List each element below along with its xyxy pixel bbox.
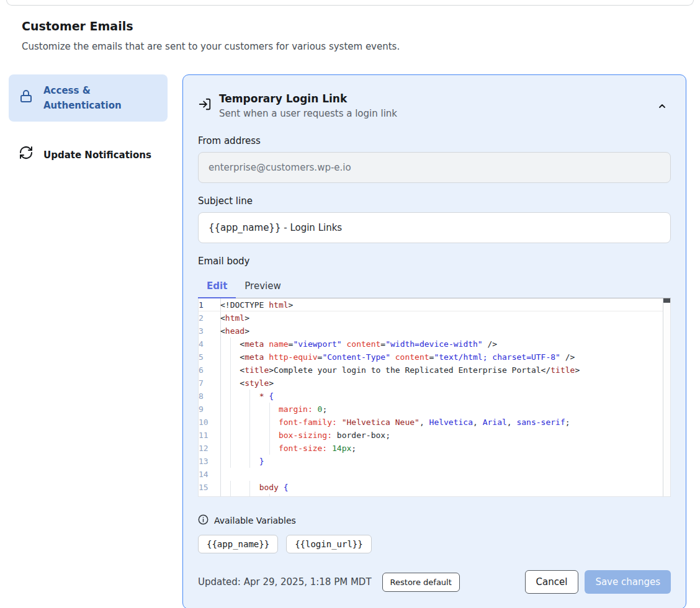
indent-guide	[230, 429, 231, 442]
editor-scrollbar[interactable]	[663, 298, 670, 496]
indent-guide	[230, 377, 231, 390]
line-number: 10	[199, 416, 210, 429]
line-number: 13	[199, 455, 210, 468]
sidebar-item-label: Access & Authentication	[43, 83, 158, 113]
subject-field-group: Subject line	[198, 195, 671, 243]
code-text: margin: 0;	[220, 403, 327, 416]
line-number: 5	[199, 351, 210, 364]
code-text: box-sizing: border-box;	[220, 429, 390, 442]
subject-line-label: Subject line	[198, 195, 671, 207]
indent-guide	[249, 429, 250, 442]
code-text: font-family: "Helvetica Neue", Helvetica…	[220, 416, 570, 429]
cancel-button[interactable]: Cancel	[525, 570, 579, 594]
indent-guide	[249, 455, 250, 468]
indent-guide	[249, 481, 250, 494]
variable-chip-login-url[interactable]: {{login_url}}	[286, 535, 372, 553]
code-line: 2<html>	[199, 311, 670, 324]
page-header: Customer Emails Customize the emails tha…	[22, 19, 678, 52]
code-line: 10 font-family: "Helvetica Neue", Helvet…	[199, 416, 670, 429]
line-number: 1	[199, 298, 210, 311]
from-address-input[interactable]	[198, 152, 671, 183]
tab-edit[interactable]: Edit	[198, 274, 236, 298]
restore-default-button[interactable]: Restore default	[382, 573, 460, 592]
template-subtitle: Sent when a user requests a login link	[219, 108, 397, 119]
code-line: 13 }	[199, 455, 670, 468]
code-text: <html>	[220, 311, 249, 324]
sidebar-item-label: Update Notifications	[43, 148, 151, 163]
code-line: 16 background-color: #f8f8f8;	[199, 494, 670, 497]
email-body-label: Email body	[198, 256, 671, 267]
panel-header: Temporary Login Link Sent when a user re…	[198, 92, 671, 119]
code-text: font-size: 14px;	[220, 442, 356, 455]
code-text: <meta http-equiv="Content-Type" content=…	[220, 351, 575, 364]
variable-chip-app-name[interactable]: {{app_name}}	[198, 535, 278, 553]
indent-guide	[230, 390, 231, 403]
chevron-up-icon	[657, 104, 667, 113]
indent-guide	[269, 442, 270, 455]
line-number: 4	[199, 338, 210, 351]
line-number: 12	[199, 442, 210, 455]
line-number: 16	[199, 494, 210, 497]
indent-guide	[249, 494, 250, 497]
indent-guide	[249, 390, 250, 403]
code-line: 5 <meta http-equiv="Content-Type" conten…	[199, 351, 670, 364]
sidebar: Access & Authentication Update Notificat…	[9, 74, 168, 173]
variable-chips: {{app_name}} {{login_url}}	[198, 535, 671, 553]
updated-timestamp: Updated: Apr 29, 2025, 1:18 PM MDT	[198, 576, 372, 588]
line-number: 15	[199, 481, 210, 494]
panel-footer: Updated: Apr 29, 2025, 1:18 PM MDT Resto…	[198, 570, 671, 594]
indent-guide	[230, 442, 231, 455]
indent-guide	[230, 403, 231, 416]
code-editor[interactable]: 1<!DOCTYPE html>2<html>3<head>4 <meta na…	[198, 298, 671, 497]
code-line: 12 font-size: 14px;	[199, 442, 670, 455]
indent-guide	[269, 494, 270, 497]
sidebar-item-access-authentication[interactable]: Access & Authentication	[9, 74, 168, 122]
code-line: 11 box-sizing: border-box;	[199, 429, 670, 442]
indent-guide	[230, 494, 231, 497]
info-icon	[198, 514, 209, 527]
from-address-label: From address	[198, 135, 671, 146]
line-number: 7	[199, 377, 210, 390]
content-area: Access & Authentication Update Notificat…	[9, 74, 686, 608]
indent-guide	[249, 403, 250, 416]
code-line: 15 body {	[199, 481, 670, 494]
refresh-icon	[19, 145, 34, 164]
code-line: 14	[199, 468, 670, 481]
indent-guide	[230, 364, 231, 377]
lock-icon	[19, 89, 34, 108]
available-variables-label: Available Variables	[214, 516, 296, 525]
line-number: 11	[199, 429, 210, 442]
indent-guide	[249, 416, 250, 429]
collapse-button[interactable]	[655, 99, 670, 115]
code-line: 1<!DOCTYPE html>	[199, 298, 670, 311]
line-number: 8	[199, 390, 210, 403]
code-text: <style>	[220, 377, 274, 390]
indent-guide	[230, 455, 231, 468]
email-body-section: Email body Edit Preview 1<!DOCTYPE html>…	[198, 256, 671, 497]
indent-guide	[230, 416, 231, 429]
indent-guide	[249, 442, 250, 455]
code-line: 8 * {	[199, 390, 670, 403]
code-line: 9 margin: 0;	[199, 403, 670, 416]
code-text: }	[220, 455, 264, 468]
code-line: 7 <style>	[199, 377, 670, 390]
code-text: * {	[220, 390, 274, 403]
save-changes-button[interactable]: Save changes	[585, 570, 671, 594]
line-number: 14	[199, 468, 210, 481]
page-title: Customer Emails	[22, 19, 678, 33]
email-template-panel: Temporary Login Link Sent when a user re…	[182, 74, 686, 608]
subject-line-input[interactable]	[198, 212, 671, 243]
tab-preview[interactable]: Preview	[236, 274, 289, 298]
indent-guide	[230, 481, 231, 494]
indent-guide	[269, 403, 270, 416]
code-text: <!DOCTYPE html>	[220, 298, 293, 311]
line-number: 9	[199, 403, 210, 416]
code-line: 4 <meta name="viewport" content="width=d…	[199, 338, 670, 351]
indent-guide	[269, 429, 270, 442]
code-text: background-color: #f8f8f8;	[220, 494, 405, 497]
sidebar-item-update-notifications[interactable]: Update Notifications	[9, 136, 168, 173]
code-text: <meta name="viewport" content="width=dev…	[220, 338, 497, 351]
available-variables-section: Available Variables {{app_name}} {{login…	[198, 514, 671, 553]
scrollbar-thumb[interactable]	[663, 298, 670, 303]
log-in-icon	[198, 97, 212, 119]
